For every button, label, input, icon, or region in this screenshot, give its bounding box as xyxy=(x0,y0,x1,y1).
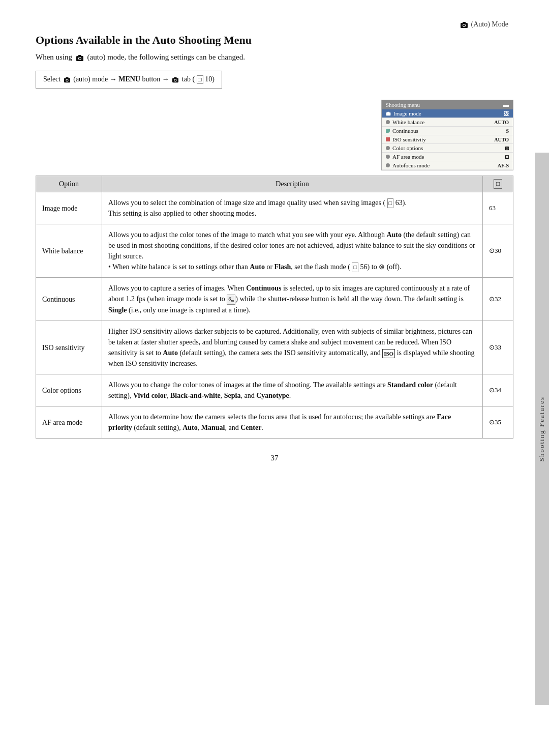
desc-af-area: Allows you to determine how the camera s… xyxy=(102,406,483,439)
menu-row-continuous: Continuous S xyxy=(382,127,513,135)
ref-white-balance: ⊙30 xyxy=(483,224,513,278)
option-white-balance: White balance xyxy=(36,224,102,278)
menu-icon-af-mode xyxy=(386,163,390,167)
svg-point-3 xyxy=(463,24,465,26)
desc-color: Allows you to change the color tones of … xyxy=(102,374,483,406)
menu-item-color: Color options xyxy=(392,145,423,151)
menu-item-af-area: AF area mode xyxy=(392,154,424,160)
menu-val-af-area: ⊡ xyxy=(505,154,509,160)
svg-point-7 xyxy=(79,57,81,60)
ref-image-mode: 63 xyxy=(483,192,513,224)
menu-val-image-mode: 🖼 xyxy=(504,111,509,117)
menu-item-white-balance: White balance xyxy=(392,119,424,125)
table-row-af-area: AF area mode Allows you to determine how… xyxy=(36,406,513,439)
desc-iso: Higher ISO sensitivity allows darker sub… xyxy=(102,321,483,374)
menu-row-af-mode: Autofocus mode AF-S xyxy=(382,161,513,170)
option-color: Color options xyxy=(36,374,102,406)
svg-rect-1 xyxy=(463,22,466,23)
th-ref: □ xyxy=(483,176,513,192)
th-option: Option xyxy=(36,176,102,192)
menu-icon-wb xyxy=(386,120,390,124)
th-description: Description xyxy=(102,176,483,192)
menu-screenshot-area: Shooting menu ▬ Image mode 🖼 White xyxy=(36,100,513,170)
menu-title: Shooting menu xyxy=(386,102,420,108)
menu-screenshot: Shooting menu ▬ Image mode 🖼 White xyxy=(381,100,513,170)
svg-rect-5 xyxy=(78,55,81,56)
table-row-iso: ISO sensitivity Higher ISO sensitivity a… xyxy=(36,321,513,374)
menu-val-iso: AUTO xyxy=(494,137,509,142)
select-instruction-box: Select (auto) mode → MENU button → tab (… xyxy=(36,71,222,89)
menu-title-row: Shooting menu ▬ xyxy=(382,100,513,109)
menu-title-icon: ▬ xyxy=(503,102,509,108)
camera-icon-subtitle xyxy=(76,54,84,62)
menu-row-iso: ISO sensitivity AUTO xyxy=(382,135,513,144)
ref-color: ⊙34 xyxy=(483,374,513,406)
svg-point-15 xyxy=(175,79,176,81)
option-continuous: Continuous xyxy=(36,278,102,321)
sidebar-label-text: Shooting Features xyxy=(538,396,546,461)
menu-icon-iso xyxy=(386,137,390,141)
menu-row-color: Color options ⊠ xyxy=(382,144,513,153)
menu-val-color: ⊠ xyxy=(505,146,509,151)
option-iso: ISO sensitivity xyxy=(36,321,102,374)
option-af-area: AF area mode xyxy=(36,406,102,439)
svg-rect-16 xyxy=(386,112,391,115)
camera-icon xyxy=(460,21,468,28)
mode-label: (Auto) Mode xyxy=(471,20,509,28)
table-row-continuous: Continuous Allows you to capture a serie… xyxy=(36,278,513,321)
desc-white-balance: Allows you to adjust the color tones of … xyxy=(102,224,483,278)
menu-row-af-area: AF area mode ⊡ xyxy=(382,153,513,161)
ref-af-area: ⊙35 xyxy=(483,406,513,439)
svg-rect-17 xyxy=(387,111,389,112)
menu-val-wb: AUTO xyxy=(494,120,509,125)
ref-iso: ⊙33 xyxy=(483,321,513,374)
menu-row-image-mode: Image mode 🖼 xyxy=(382,109,513,118)
menu-item-iso: ISO sensitivity xyxy=(392,136,426,142)
menu-item-image-mode: Image mode xyxy=(393,110,421,117)
page-title: Options Available in the Auto Shooting M… xyxy=(36,34,513,47)
menu-val-af-mode: AF-S xyxy=(498,163,509,168)
option-image-mode: Image mode xyxy=(36,192,102,224)
table-row-color: Color options Allows you to change the c… xyxy=(36,374,513,406)
menu-icon-af-area xyxy=(386,155,390,159)
subtitle: When using (auto) mode, the following se… xyxy=(36,53,513,62)
mode-header: (Auto) Mode xyxy=(36,20,513,28)
svg-rect-9 xyxy=(66,77,68,79)
menu-item-continuous: Continuous xyxy=(392,128,418,134)
table-row-white-balance: White balance Allows you to adjust the c… xyxy=(36,224,513,278)
camera-icon-select2 xyxy=(172,77,179,83)
menu-val-cont: S xyxy=(506,128,509,134)
sidebar-features: Shooting Features xyxy=(535,153,549,705)
options-table: Option Description □ Image mode Allows y… xyxy=(36,176,513,439)
menu-item-af-mode: Autofocus mode xyxy=(392,162,430,168)
menu-icon-color xyxy=(386,146,390,150)
desc-image-mode: Allows you to select the combination of … xyxy=(102,192,483,224)
svg-point-11 xyxy=(66,79,68,81)
select-text: Select xyxy=(43,75,63,83)
camera-icon-select xyxy=(64,77,71,83)
menu-row-white-balance: White balance AUTO xyxy=(382,118,513,127)
svg-rect-13 xyxy=(174,77,177,79)
desc-continuous: Allows you to capture a series of images… xyxy=(102,278,483,321)
menu-icon-cont xyxy=(386,129,390,133)
menu-camera-icon xyxy=(386,111,391,116)
ref-continuous: ⊙32 xyxy=(483,278,513,321)
page-number: 37 xyxy=(36,454,513,462)
table-row-image-mode: Image mode Allows you to select the comb… xyxy=(36,192,513,224)
